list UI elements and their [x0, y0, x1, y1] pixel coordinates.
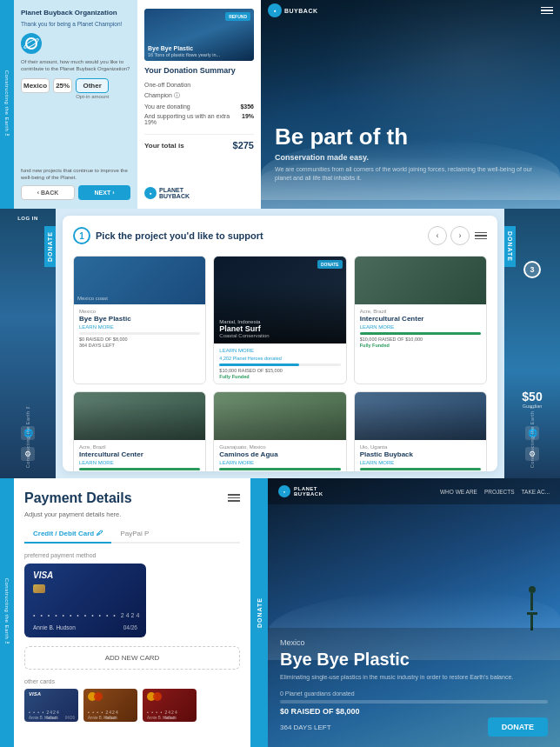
detail-days: 364 DAYS LEFT: [280, 724, 331, 731]
picker-nav: ‹ ›: [428, 226, 470, 245]
payment-side-label: Constructing the Earth ™: [4, 578, 10, 647]
mini-card-1[interactable]: VISA • • • • 2424 Annie B. Hudson 04/26 …: [24, 689, 78, 722]
surfer-silhouette: [525, 586, 538, 634]
payment-donate-sidebar[interactable]: DONATE: [250, 478, 268, 747]
payment-tabs: Credit / Debit Card 🖊 PayPal P: [24, 525, 240, 544]
progress-bar-6: [360, 468, 481, 470]
total-row: Your total is $275: [144, 140, 254, 150]
progress-fill-6: [360, 468, 481, 470]
next-button[interactable]: NEXT ›: [78, 185, 130, 200]
next-chevron: ›: [112, 190, 114, 196]
detail-content: Mexico Bye Bye Plastic Eliminating singl…: [268, 628, 560, 747]
thank-you-text: Thank you for being a Planet Champion!: [21, 21, 130, 28]
preferred-label: preferred payment method: [24, 552, 240, 558]
nav-who-we-are[interactable]: WHO WE ARE: [440, 489, 477, 495]
progress-bar-4: [79, 468, 200, 470]
org-panel: Planet Buyback Organization Thank you fo…: [14, 0, 137, 209]
hero-panel: ● BUYBACK Be part of th Conservation mad…: [261, 0, 560, 209]
mini-card-2[interactable]: • • • • 2424 Annie B. Hudson default: [83, 689, 137, 722]
mini-card-3[interactable]: • • • • 2424 Annie B. Hudson default: [143, 689, 197, 722]
login-badge[interactable]: LOG IN: [17, 216, 38, 221]
logo-circle: ●: [144, 187, 157, 199]
credit-card-tab[interactable]: Credit / Debit Card 🖊: [24, 525, 111, 544]
paypal-tab[interactable]: PayPal P: [111, 525, 157, 542]
logo-text: PLANET BUYBACK: [159, 187, 190, 200]
hero-description: We are communities from all corners of t…: [275, 165, 546, 183]
back-button[interactable]: ‹ BACK: [21, 185, 75, 200]
detail-raised: $0 RAISED OF $8,000: [280, 707, 548, 716]
donation-widget: Constructing the Earth ™ Planet Buyback …: [0, 0, 261, 209]
right-sidebar-label: Constructing the Earth ™: [530, 404, 535, 468]
picker-prev-btn[interactable]: ‹: [428, 226, 447, 245]
planet-inner: [25, 37, 37, 50]
project-card-planet-surf[interactable]: DONATE Manial, Indonesia Planet Surf Coa…: [213, 256, 346, 384]
mastercard-logo-2: [88, 692, 133, 701]
org-title: Planet Buyback Organization: [21, 9, 130, 17]
amount-btn-15[interactable]: Mexico: [21, 78, 50, 99]
mini-card-number-1: • • • • 2424: [29, 710, 60, 715]
add-card-button[interactable]: ADD NEW CARD: [24, 646, 240, 670]
card-body-5: Guanajuato, Mexico Caminos de Agua LEARN…: [214, 440, 345, 471]
payment-main: Payment Details Adjust your payment deta…: [14, 478, 250, 747]
project-card-plastic-buyback[interactable]: Uio, Uganta Plastic Buyback LEARN MORE $…: [354, 391, 487, 471]
video-thumbnail[interactable]: REFUND Bye Bye Plastic 16 Tons of plasti…: [144, 9, 254, 61]
hero-menu-icon[interactable]: [541, 7, 553, 15]
planet-icon: [21, 33, 42, 54]
project-img-3: [355, 257, 486, 304]
mastercard-logo-3: [147, 692, 192, 701]
picker-header: 1 Pick the project you'd like to support…: [73, 226, 487, 245]
payment-title: Payment Details: [24, 490, 132, 506]
project-card-intercultural-2[interactable]: Acre, Brazil Intercultural Center LEARN …: [73, 391, 206, 471]
mc-red: [94, 692, 103, 701]
featured-overlay: Manial, Indonesia Planet Surf Coastal Co…: [219, 319, 340, 338]
right-step-circle: 3: [523, 261, 541, 278]
right-donate-btn[interactable]: DONATE: [504, 226, 516, 267]
project-detail-panel: ● PLANET BUYBACK WHO WE ARE PROJECTS TAK…: [268, 478, 560, 747]
mini-card-number-2: • • • • 2424: [88, 710, 119, 715]
question-text: Of their amount, how much would you like…: [21, 59, 130, 73]
card-body-6: Uio, Uganta Plastic Buyback LEARN MORE $…: [355, 440, 486, 471]
projects-grid: Mexico coast Mexico Bye Bye Plastic LEAR…: [73, 256, 487, 471]
mc-red-3: [153, 692, 162, 701]
project-img-6: [355, 392, 486, 440]
back-chevron: ‹: [37, 190, 39, 196]
progress-bar-2: [219, 363, 340, 366]
detail-title: Bye Bye Plastic: [280, 650, 548, 670]
detail-donors: 0 Planet guardians donated: [280, 690, 548, 697]
summary-panel: REFUND Bye Bye Plastic 16 Tons of plasti…: [137, 0, 261, 209]
project-card-intercultural-1[interactable]: Acre, Brazil Intercultural Center LEARN …: [354, 256, 487, 384]
detail-logo-text: PLANET BUYBACK: [294, 486, 323, 497]
sidebar-donate-btn[interactable]: DONATE: [44, 226, 56, 267]
champion-row: Champion ⓘ: [144, 91, 254, 100]
planet-buyback-logo: ● PLANET BUYBACK: [144, 187, 254, 200]
payment-subtitle: Adjust your payment details here.: [24, 510, 240, 518]
nav-projects[interactable]: PROJECTS: [484, 489, 515, 495]
progress-fill-3: [360, 332, 481, 335]
card-body-4: Acre, Brazil Intercultural Center LEARN …: [74, 440, 205, 471]
detail-description: Eliminating single-use plastics in the m…: [280, 673, 548, 682]
mini-card-label-1: default: [24, 716, 78, 722]
detail-logo: ● PLANET BUYBACK: [278, 485, 323, 497]
progress-bar-3: [360, 332, 481, 335]
detail-donate-button[interactable]: DONATE: [488, 717, 548, 737]
card-holder: Annie B. Hudson: [33, 624, 76, 630]
hero-content: Be part of th Conservation made easy. We…: [275, 125, 546, 183]
payment-sidebar: Constructing the Earth ™: [0, 478, 14, 747]
project-img-4: [74, 392, 205, 440]
picker-next-btn[interactable]: ›: [450, 226, 470, 245]
right-sidebar-strip: DONATE 3 $50 Guardian 🌐 ⚙ Constructing t…: [504, 209, 560, 478]
other-cards-label: other cards: [24, 678, 240, 684]
visa-logo: VISA: [33, 570, 137, 580]
refund-badge: REFUND: [225, 12, 250, 21]
payment-menu-icon[interactable]: [228, 494, 240, 502]
amount-btn-25[interactable]: 25%: [53, 78, 72, 99]
left-sidebar-label: Constructing the Earth ™: [25, 404, 30, 468]
progress-fill-5: [219, 468, 340, 470]
amount-btn-other[interactable]: Other Opt-in amount: [76, 78, 109, 99]
project-card-bye-bye-plastic[interactable]: Mexico coast Mexico Bye Bye Plastic LEAR…: [73, 256, 206, 384]
nav-take-action[interactable]: TAKE AC...: [522, 489, 550, 495]
progress-fill-4: [79, 468, 200, 470]
project-card-caminos[interactable]: Guanajuato, Mexico Caminos de Agua LEARN…: [213, 391, 346, 471]
hero-title: Be part of th: [275, 125, 546, 148]
picker-menu-icon[interactable]: [475, 232, 487, 240]
